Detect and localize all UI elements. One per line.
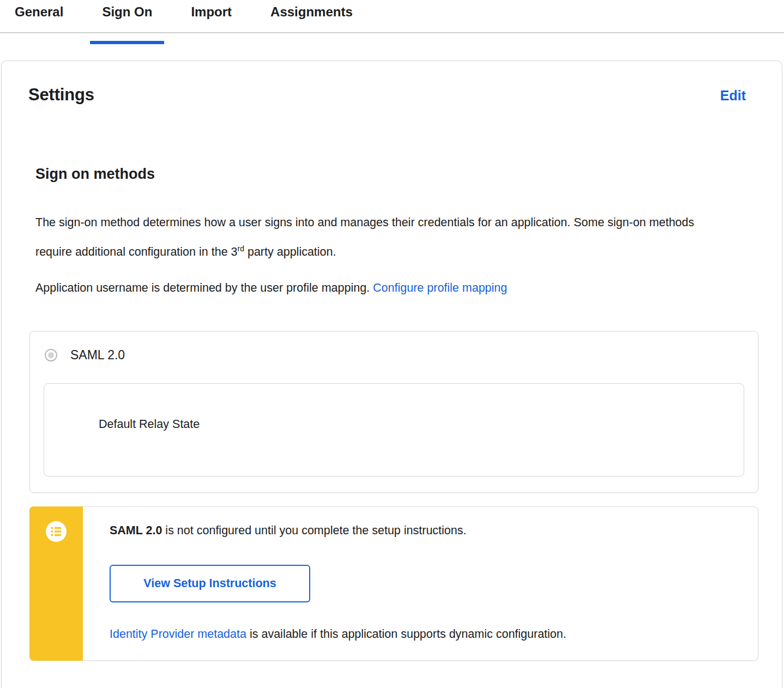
view-setup-instructions-button[interactable]: View Setup Instructions [110,565,310,602]
edit-button[interactable]: Edit [720,88,746,104]
description-superscript: rd [238,244,244,253]
application-username-note: Application username is determined by th… [35,275,706,301]
tab-general[interactable]: General [3,0,75,20]
tab-assignments[interactable]: Assignments [258,0,365,20]
tab-import[interactable]: Import [179,0,244,20]
saml-radio-button[interactable] [45,349,57,361]
app-tab-bar: General Sign On Import Assignments [0,0,784,33]
metadata-note-rest: is available if this application support… [246,627,566,641]
radio-dot [48,352,54,358]
settings-card: Settings Edit Sign on methods The sign-o… [1,61,782,688]
saml-option-box: SAML 2.0 Default Relay State [29,331,758,493]
default-relay-state-label: Default Relay State [99,418,200,431]
warning-message: SAML 2.0 is not configured until you com… [110,522,747,539]
username-note-text: Application username is determined by th… [35,281,373,294]
configure-profile-mapping-link[interactable]: Configure profile mapping [373,281,507,294]
metadata-note: Identity Provider metadata is available … [110,625,747,643]
tab-sign-on[interactable]: Sign On [90,0,164,20]
description-text-1: The sign-on method determines how a user… [35,216,694,258]
settings-card-header: Settings Edit [2,61,782,105]
warning-content: SAML 2.0 is not configured until you com… [110,507,747,643]
warning-message-bold: SAML 2.0 [110,524,162,537]
list-icon [45,521,67,542]
saml-setup-warning-callout: SAML 2.0 is not configured until you com… [29,506,758,661]
warning-accent-bar [29,506,83,661]
description-text-2: party application. [244,245,336,258]
warning-message-rest: is not configured until you complete the… [162,524,466,537]
saml-radio-row: SAML 2.0 [45,348,125,363]
identity-provider-metadata-link[interactable]: Identity Provider metadata [110,627,246,641]
settings-title: Settings [28,85,94,105]
saml-radio-label[interactable]: SAML 2.0 [70,348,125,363]
default-relay-state-field: Default Relay State [44,383,744,476]
sign-on-methods-description: The sign-on method determines how a user… [35,209,706,265]
sign-on-methods-heading: Sign on methods [35,166,155,183]
